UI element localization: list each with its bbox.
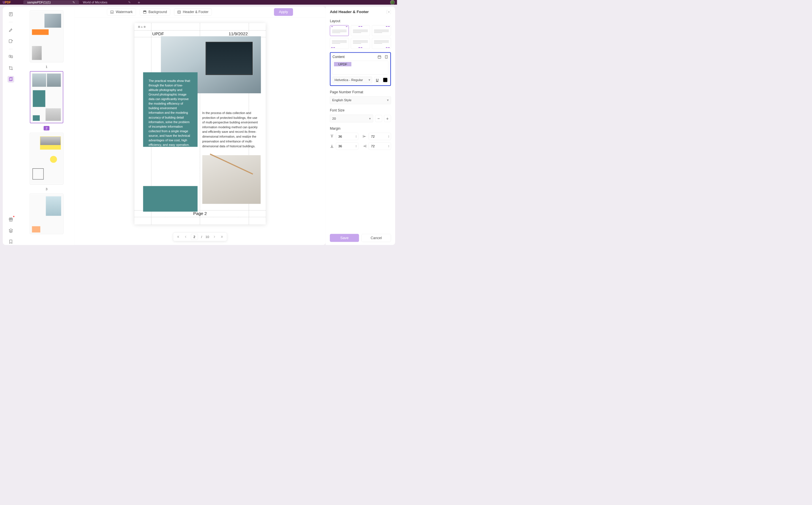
- underline-button[interactable]: U: [374, 77, 380, 83]
- svg-rect-0: [9, 12, 12, 16]
- decrease-font-button[interactable]: −: [375, 115, 382, 122]
- layout-option-5[interactable]: [351, 38, 370, 49]
- thumb-number: 1: [46, 65, 48, 69]
- prev-page-button[interactable]: [184, 235, 188, 239]
- right-panel: Add Header & Footer Layout Content UPDF …: [326, 7, 395, 245]
- layout-option-3[interactable]: [372, 25, 391, 36]
- tab-world-of-microbes[interactable]: World of Microbes ✎: [79, 0, 135, 5]
- crop-icon[interactable]: [7, 65, 14, 71]
- margin-right-icon: [362, 144, 367, 148]
- next-page-button[interactable]: [213, 235, 217, 239]
- thumb-number: 2: [44, 126, 49, 131]
- page-number-format-select[interactable]: English Style▾: [330, 97, 391, 104]
- layout-option-2[interactable]: [351, 25, 370, 36]
- thumbnail-panel: 1 2 3: [19, 7, 74, 245]
- font-size-label: Font Size: [330, 108, 391, 112]
- svg-rect-2: [9, 55, 11, 57]
- page-navigator: / 10: [173, 232, 227, 241]
- background-button[interactable]: Background: [140, 9, 170, 16]
- add-tab-button[interactable]: ＋: [137, 0, 141, 5]
- shapes-icon: [138, 26, 146, 28]
- thumbnail-page-4[interactable]: [30, 194, 63, 234]
- header-footer-button[interactable]: Header & Footer: [174, 9, 212, 16]
- pencil-icon[interactable]: ✎: [72, 1, 75, 4]
- margin-bottom-input[interactable]: 36▲▼: [336, 143, 358, 150]
- tab-sample-pdf[interactable]: samplePDF(1)(1) ✎: [23, 0, 79, 5]
- page-tools-icon[interactable]: [7, 76, 14, 82]
- apply-button[interactable]: Apply: [274, 8, 293, 16]
- svg-rect-1: [9, 39, 12, 43]
- organize-icon[interactable]: [7, 54, 14, 60]
- thumb-number: 3: [46, 187, 48, 191]
- svg-rect-10: [144, 11, 146, 12]
- layout-option-4[interactable]: [330, 38, 349, 49]
- header-right-text[interactable]: 11/9/2022: [229, 31, 248, 37]
- left-tool-rail: [3, 7, 19, 245]
- current-page-input[interactable]: [191, 234, 198, 240]
- gift-icon[interactable]: [7, 216, 14, 223]
- margin-left-icon: [362, 134, 367, 139]
- layout-option-1[interactable]: [330, 25, 349, 36]
- margin-top-icon: [330, 134, 334, 139]
- thumbnail-page-2[interactable]: [30, 71, 63, 123]
- layout-option-6[interactable]: [372, 38, 391, 49]
- header-left-text[interactable]: UPDF: [152, 31, 164, 37]
- page-image-bottom: [202, 155, 261, 204]
- cancel-button[interactable]: Cancel: [361, 234, 391, 242]
- watermark-button[interactable]: Watermark: [107, 9, 136, 16]
- content-label: Content: [332, 55, 345, 59]
- tab-label: World of Microbes: [83, 1, 107, 4]
- insert-date-icon[interactable]: [377, 55, 381, 59]
- thumbnail-page-1[interactable]: [30, 11, 63, 62]
- total-pages: 10: [205, 235, 209, 239]
- bookmark-icon[interactable]: [7, 238, 14, 245]
- tab-label: samplePDF(1)(1): [27, 1, 51, 4]
- page-number-format-label: Page Number Format: [330, 90, 391, 94]
- panel-title: Add Header & Footer: [330, 10, 369, 14]
- insert-page-icon[interactable]: [384, 55, 388, 59]
- comment-icon[interactable]: [7, 38, 14, 44]
- body-text-block: In the process of data collection and pr…: [202, 111, 258, 148]
- margin-top-input[interactable]: 36▲▼: [336, 133, 358, 140]
- last-page-button[interactable]: [220, 235, 224, 239]
- page-preview: UPDF 11/9/2022 The practical results sho…: [134, 23, 266, 224]
- first-page-button[interactable]: [177, 235, 181, 239]
- add-preset-button[interactable]: [387, 10, 391, 14]
- margin-label: Margin: [330, 127, 391, 131]
- layers-icon[interactable]: [7, 227, 14, 234]
- user-avatar[interactable]: [390, 0, 395, 5]
- content-textarea[interactable]: UPDF: [332, 61, 388, 75]
- layout-label: Layout: [330, 19, 391, 23]
- svg-rect-14: [378, 56, 381, 58]
- margin-right-input[interactable]: 72▲▼: [368, 143, 391, 150]
- save-button[interactable]: Save: [330, 234, 359, 242]
- highlighter-icon[interactable]: [7, 27, 14, 33]
- thumbnail-page-3[interactable]: [30, 133, 63, 184]
- svg-rect-3: [11, 56, 13, 58]
- reader-icon[interactable]: [7, 11, 14, 17]
- pencil-icon[interactable]: ✎: [128, 1, 131, 4]
- margin-left-input[interactable]: 72▲▼: [368, 133, 391, 140]
- app-logo: UPDF: [3, 1, 11, 4]
- font-family-select[interactable]: Helvetica - Regular▾: [332, 76, 372, 83]
- increase-font-button[interactable]: ＋: [384, 115, 391, 122]
- svg-rect-11: [178, 11, 181, 14]
- font-size-select[interactable]: 20▾: [330, 115, 373, 122]
- teal-block-bottom: [143, 186, 198, 211]
- footer-text[interactable]: Page 2: [134, 211, 266, 216]
- text-color-button[interactable]: [382, 77, 388, 83]
- margin-bottom-icon: [330, 144, 334, 148]
- teal-text-block: The practical results show that: through…: [143, 72, 198, 147]
